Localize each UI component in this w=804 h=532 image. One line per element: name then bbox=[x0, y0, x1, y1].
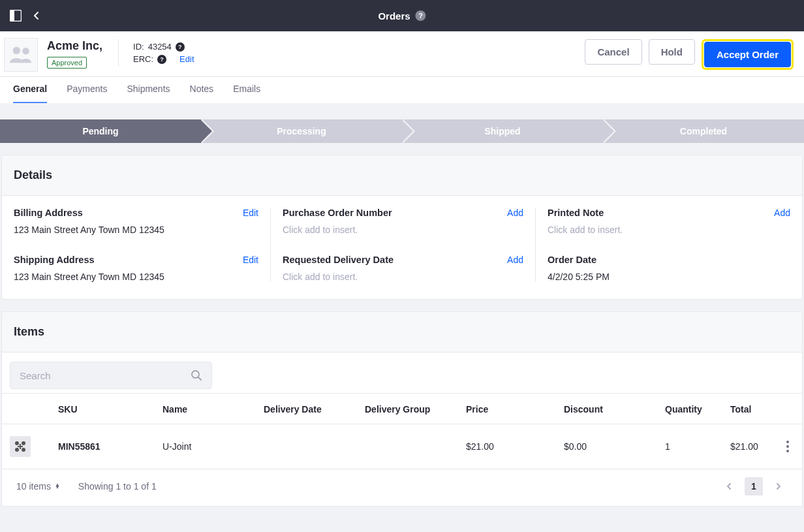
col-name[interactable]: Name bbox=[155, 394, 256, 424]
id-value: 43254 bbox=[148, 42, 172, 52]
header-actions: Cancel Hold Accept Order bbox=[585, 38, 794, 76]
svg-line-5 bbox=[198, 377, 201, 380]
cell-name: U-Joint bbox=[155, 424, 256, 469]
tab-notes[interactable]: Notes bbox=[190, 77, 214, 103]
add-note-link[interactable]: Add bbox=[774, 208, 790, 218]
progress-tracker: Pending Processing Shipped Completed bbox=[0, 119, 804, 143]
cell-delivery-group bbox=[357, 424, 458, 469]
add-po-link[interactable]: Add bbox=[507, 208, 523, 218]
svg-point-2 bbox=[13, 47, 20, 54]
svg-rect-11 bbox=[20, 444, 21, 449]
page-title-text: Orders bbox=[378, 10, 410, 22]
col-total[interactable]: Total bbox=[722, 394, 773, 424]
page-title: Orders ? bbox=[378, 10, 425, 22]
step-shipped: Shipped bbox=[402, 119, 603, 143]
page-number[interactable]: 1 bbox=[745, 477, 763, 495]
svg-rect-1 bbox=[10, 10, 14, 21]
row-actions-menu[interactable] bbox=[781, 441, 794, 452]
status-badge: Approved bbox=[47, 57, 87, 69]
note-label: Printed Note bbox=[548, 208, 604, 218]
items-panel: Items SKU Name Delivery Date Delivery Gr… bbox=[1, 311, 803, 507]
step-pending: Pending bbox=[0, 119, 201, 143]
note-placeholder: Click add to insert. bbox=[548, 225, 790, 235]
svg-point-7 bbox=[22, 441, 25, 445]
showing-info: Showing 1 to 1 of 1 bbox=[78, 481, 157, 492]
svg-point-8 bbox=[15, 448, 19, 452]
edit-billing-link[interactable]: Edit bbox=[243, 208, 258, 218]
tab-shipments[interactable]: Shipments bbox=[127, 77, 170, 103]
details-header: Details bbox=[2, 155, 802, 196]
id-label: ID: bbox=[133, 42, 144, 52]
edit-erc-link[interactable]: Edit bbox=[179, 54, 194, 64]
orderdate-value: 4/2/20 5:25 PM bbox=[548, 272, 790, 282]
prev-page-button[interactable] bbox=[720, 477, 738, 495]
billing-label: Billing Address bbox=[14, 208, 83, 218]
billing-value: 123 Main Street Any Town MD 12345 bbox=[14, 225, 258, 235]
table-row[interactable]: MIN55861 U-Joint $21.00 $0.00 1 $21.00 bbox=[2, 424, 802, 469]
accept-highlight: Accept Order bbox=[702, 39, 794, 70]
item-thumbnail bbox=[10, 436, 31, 457]
accept-order-button[interactable]: Accept Order bbox=[704, 42, 791, 67]
items-table: SKU Name Delivery Date Delivery Group Pr… bbox=[2, 393, 802, 469]
search-icon bbox=[191, 369, 202, 381]
col-sku[interactable]: SKU bbox=[50, 394, 155, 424]
po-placeholder: Click add to insert. bbox=[283, 225, 523, 235]
order-header: Acme Inc, Approved ID: 43254 ? ERC: ? Ed… bbox=[0, 31, 804, 77]
rdd-label: Requested Delivery Date bbox=[283, 255, 394, 265]
shipping-label: Shipping Address bbox=[14, 255, 95, 265]
col-discount[interactable]: Discount bbox=[556, 394, 657, 424]
add-rdd-link[interactable]: Add bbox=[507, 255, 523, 265]
cancel-button[interactable]: Cancel bbox=[585, 39, 642, 65]
avatar bbox=[4, 38, 38, 72]
cell-price: $21.00 bbox=[458, 424, 556, 469]
next-page-button[interactable] bbox=[769, 477, 788, 495]
search-input[interactable] bbox=[20, 370, 191, 381]
tabs: General Payments Shipments Notes Emails bbox=[0, 77, 804, 103]
page-size-selector[interactable]: 10 items ▲▼ bbox=[16, 481, 60, 492]
step-processing: Processing bbox=[201, 119, 402, 143]
items-search[interactable] bbox=[10, 362, 212, 389]
col-delivery-group[interactable]: Delivery Group bbox=[357, 394, 458, 424]
cell-discount: $0.00 bbox=[556, 424, 657, 469]
cell-sku: MIN55861 bbox=[58, 441, 100, 452]
sidebar-toggle-icon[interactable] bbox=[8, 8, 23, 23]
step-completed: Completed bbox=[603, 119, 804, 143]
col-delivery-date[interactable]: Delivery Date bbox=[256, 394, 357, 424]
svg-point-6 bbox=[15, 441, 19, 445]
cell-delivery-date bbox=[256, 424, 357, 469]
col-price[interactable]: Price bbox=[458, 394, 556, 424]
rdd-placeholder: Click add to insert. bbox=[283, 272, 523, 282]
info-icon[interactable]: ? bbox=[157, 55, 166, 64]
tab-payments[interactable]: Payments bbox=[67, 77, 107, 103]
info-icon[interactable]: ? bbox=[176, 42, 185, 52]
svg-point-9 bbox=[22, 448, 25, 452]
po-label: Purchase Order Number bbox=[283, 208, 392, 218]
topbar: Orders ? bbox=[0, 0, 804, 31]
tab-general[interactable]: General bbox=[13, 77, 47, 103]
hold-button[interactable]: Hold bbox=[649, 39, 695, 65]
cell-quantity: 1 bbox=[657, 424, 722, 469]
items-header: Items bbox=[2, 312, 802, 352]
customer-name: Acme Inc, bbox=[47, 39, 102, 53]
svg-point-4 bbox=[192, 371, 199, 378]
tab-emails[interactable]: Emails bbox=[233, 77, 260, 103]
erc-label: ERC: bbox=[133, 54, 153, 64]
back-icon[interactable] bbox=[27, 7, 46, 25]
details-panel: Details Billing Address Edit 123 Main St… bbox=[1, 155, 803, 300]
col-quantity[interactable]: Quantity bbox=[657, 394, 722, 424]
edit-shipping-link[interactable]: Edit bbox=[243, 255, 258, 265]
help-icon[interactable]: ? bbox=[416, 10, 426, 21]
svg-point-3 bbox=[22, 48, 29, 54]
orderdate-label: Order Date bbox=[548, 255, 596, 265]
cell-total: $21.00 bbox=[722, 424, 773, 469]
page-size-label: 10 items bbox=[16, 481, 51, 492]
shipping-value: 123 Main Street Any Town MD 12345 bbox=[14, 272, 258, 282]
